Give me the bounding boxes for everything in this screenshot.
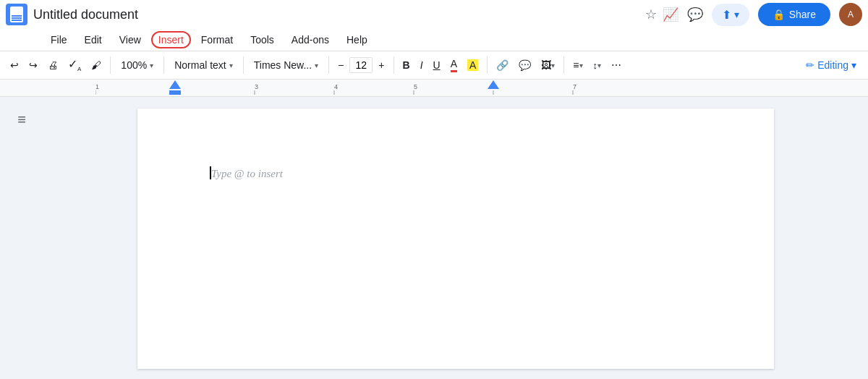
print-button[interactable]: 🖨	[43, 56, 62, 74]
comment-button[interactable]: 💬	[514, 56, 535, 74]
separator-3	[243, 56, 244, 74]
undo-icon: ↩	[10, 59, 19, 71]
font-color-button[interactable]: A	[446, 55, 461, 75]
style-chevron: ▾	[229, 61, 233, 69]
align-chevron: ▾	[579, 61, 583, 69]
svg-text:4: 4	[334, 83, 338, 90]
bold-button[interactable]: B	[399, 56, 414, 74]
style-selector[interactable]: Normal text ▾	[169, 56, 239, 74]
spellcheck-icon: ✓A	[68, 57, 81, 72]
line-spacing-chevron: ▾	[597, 61, 601, 69]
image-button[interactable]: 🖼 ▾	[537, 56, 559, 74]
separator-4	[328, 56, 329, 74]
sidebar-left: ≡	[0, 97, 43, 379]
font-size-increase-button[interactable]: +	[374, 56, 388, 74]
font-color-icon: A	[451, 58, 457, 72]
paint-format-icon: 🖌	[91, 59, 101, 71]
move-icon: ⬆	[722, 8, 731, 22]
ruler: 1 2 3 4 5 6 7	[0, 80, 868, 97]
toolbar: ↩ ↪ 🖨 ✓A 🖌 100% ▾ Normal text ▾ Times Ne…	[0, 51, 868, 80]
separator-6	[487, 56, 488, 74]
bold-icon: B	[403, 59, 410, 71]
redo-button[interactable]: ↪	[25, 56, 42, 74]
separator-1	[110, 56, 111, 74]
svg-marker-15	[169, 90, 181, 95]
highlight-color-icon: A	[467, 59, 478, 71]
zoom-chevron: ▾	[150, 61, 153, 69]
font-size-plus-icon: +	[378, 59, 384, 71]
font-size-decrease-button[interactable]: −	[333, 56, 348, 74]
menu-item-file[interactable]: File	[43, 31, 75, 48]
docs-logo[interactable]	[6, 4, 27, 25]
spellcheck-button[interactable]: ✓A	[64, 54, 85, 75]
link-icon: 🔗	[496, 59, 509, 71]
editing-label: Editing	[817, 59, 848, 71]
font-size-controls: − +	[333, 56, 388, 74]
menu-item-addons[interactable]: Add-ons	[284, 31, 336, 48]
page-container: Type @ to insert	[43, 97, 868, 379]
placeholder-text: Type @ to insert	[211, 168, 283, 179]
title-bar: Untitled document ☆ 📈 💬 ⬆ ▾ 🔒 Share A	[0, 0, 868, 29]
more-options-button[interactable]: ⋯	[607, 56, 626, 74]
trend-icon[interactable]: 📈	[663, 7, 678, 22]
font-selector[interactable]: Times New... ▾	[248, 56, 324, 74]
menu-item-insert[interactable]: Insert	[151, 31, 191, 48]
font-value: Times New...	[254, 59, 312, 71]
outline-icon[interactable]: ≡	[17, 111, 26, 128]
share-lock-icon: 🔒	[773, 9, 785, 20]
docs-logo-icon	[10, 7, 23, 22]
separator-2	[163, 56, 164, 74]
share-button[interactable]: 🔒 Share	[758, 3, 830, 26]
menu-item-format[interactable]: Format	[194, 31, 240, 48]
svg-text:7: 7	[573, 83, 576, 90]
undo-button[interactable]: ↩	[6, 56, 23, 74]
style-value: Normal text	[174, 59, 226, 71]
font-size-input[interactable]	[349, 57, 373, 73]
more-icon: ⋯	[611, 59, 621, 71]
document-title[interactable]: Untitled document	[33, 7, 639, 22]
image-icon: 🖼	[541, 59, 551, 71]
align-button[interactable]: ≡ ▾	[569, 56, 587, 74]
print-icon: 🖨	[48, 59, 58, 71]
link-button[interactable]: 🔗	[492, 56, 513, 74]
editing-mode-button[interactable]: ✏ Editing ▾	[800, 56, 862, 74]
title-bar-actions: 📈 💬 ⬆ ▾ 🔒 Share A	[663, 3, 862, 26]
font-size-minus-icon: −	[338, 59, 344, 71]
menu-bar: File Edit View Insert Format Tools Add-o…	[0, 29, 868, 51]
line-spacing-button[interactable]: ↕ ▾	[589, 57, 606, 74]
avatar[interactable]: A	[839, 3, 862, 26]
italic-button[interactable]: I	[416, 56, 427, 74]
italic-icon: I	[420, 59, 423, 71]
menu-item-edit[interactable]: Edit	[77, 31, 109, 48]
move-btn-chevron: ▾	[734, 9, 739, 20]
editing-chevron: ▾	[851, 59, 856, 71]
menu-item-help[interactable]: Help	[339, 31, 375, 48]
menu-item-tools[interactable]: Tools	[243, 31, 281, 48]
avatar-label: A	[848, 9, 854, 20]
comment-icon: 💬	[519, 59, 531, 71]
image-chevron: ▾	[551, 61, 555, 69]
svg-marker-14	[169, 80, 181, 89]
toolbar-right: ✏ Editing ▾	[800, 56, 862, 74]
align-icon: ≡	[573, 59, 579, 71]
svg-text:5: 5	[414, 83, 417, 90]
move-to-drive-button[interactable]: ⬆ ▾	[712, 4, 749, 26]
underline-button[interactable]: U	[429, 56, 445, 74]
zoom-selector[interactable]: 100% ▾	[115, 56, 159, 74]
comment-icon[interactable]: 💬	[687, 7, 703, 22]
font-chevron: ▾	[315, 61, 318, 69]
share-label: Share	[789, 9, 816, 20]
svg-text:1: 1	[95, 83, 99, 90]
underline-icon: U	[433, 59, 441, 71]
svg-text:3: 3	[255, 83, 258, 90]
star-icon[interactable]: ☆	[645, 7, 657, 22]
ruler-inner: 1 2 3 4 5 6 7	[95, 80, 868, 96]
document-page[interactable]: Type @ to insert	[137, 108, 774, 369]
paint-format-button[interactable]: 🖌	[87, 56, 106, 74]
redo-icon: ↪	[29, 59, 38, 71]
separator-7	[563, 56, 564, 74]
menu-item-view[interactable]: View	[112, 31, 148, 48]
svg-marker-16	[488, 80, 499, 89]
document-area: ≡ Type @ to insert	[0, 97, 868, 379]
highlight-color-button[interactable]: A	[463, 56, 482, 74]
